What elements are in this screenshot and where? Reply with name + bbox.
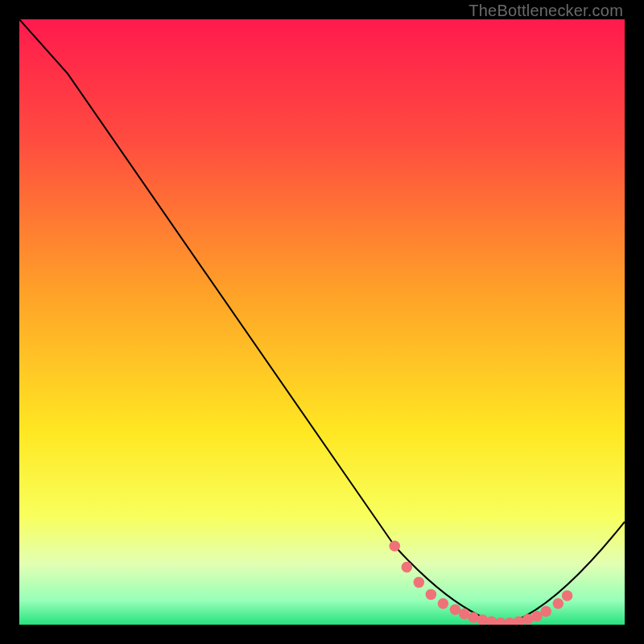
chart-stage: TheBottlenecker.com xyxy=(0,0,644,644)
plot-area xyxy=(19,19,625,625)
highlight-dot xyxy=(426,589,437,601)
highlight-dot xyxy=(562,590,573,601)
highlight-dot xyxy=(402,562,413,573)
highlight-dot xyxy=(389,540,400,551)
highlight-dots xyxy=(389,540,572,625)
highlight-dot xyxy=(540,606,551,617)
highlight-dot xyxy=(553,598,564,609)
curve-layer xyxy=(19,19,625,625)
highlight-dot xyxy=(438,598,449,609)
bottleneck-curve xyxy=(19,19,625,625)
attribution-label: TheBottlenecker.com xyxy=(469,2,623,20)
highlight-dot xyxy=(414,577,425,588)
